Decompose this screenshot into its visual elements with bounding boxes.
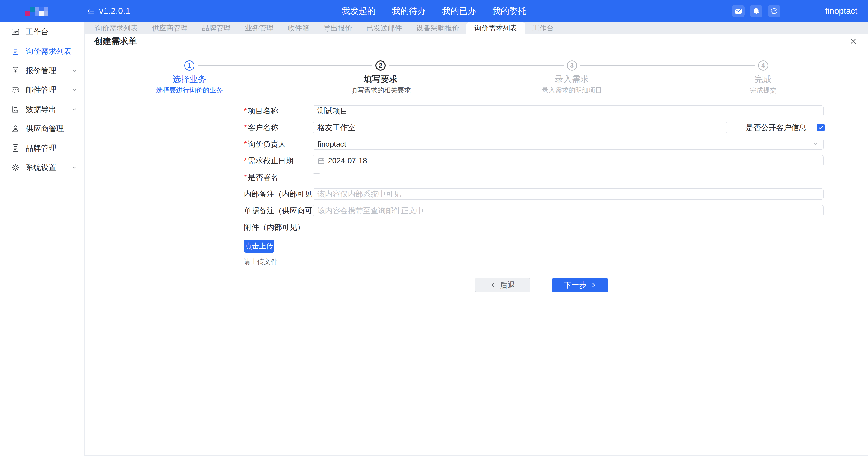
step-circle: 3 (567, 60, 577, 70)
chevron-down-icon (812, 141, 819, 147)
tab-inbox[interactable]: 收件箱 (281, 22, 316, 34)
logo-square-white (39, 11, 44, 16)
nav-item-initiated[interactable]: 我发起的 (342, 5, 376, 17)
sidebar-item-data-export[interactable]: 数据导出 (0, 99, 84, 119)
step-description: 选择要进行询价的业务 (156, 86, 223, 94)
brand-icon (11, 144, 20, 152)
workbench-icon (11, 27, 20, 36)
sidebar-item-mail-manage[interactable]: 邮件管理 (0, 80, 84, 99)
quote-manage-icon (11, 66, 20, 75)
step-connector (198, 65, 372, 66)
form-row-project-name: 项目名称 测试项目 (244, 106, 824, 116)
owner-label: 询价负责人 (244, 139, 313, 149)
bell-icon[interactable] (750, 5, 763, 17)
step-circle: 1 (184, 60, 194, 70)
form-row-deadline: 需求截止日期 2024-07-18 (244, 155, 824, 166)
public-customer-checkbox[interactable] (817, 124, 825, 132)
tab-inquiry-list[interactable]: 询价需求列表 (88, 22, 145, 34)
form-row-owner: 询价负责人 finoptact (244, 139, 824, 150)
sidebar-item-brand-manage[interactable]: 品牌管理 (0, 138, 84, 158)
sidebar-item-inquiry-list[interactable]: 询价需求列表 (0, 41, 84, 61)
upload-hint: 请上传文件 (244, 257, 824, 266)
app-version: v1.2.0.1 (99, 6, 130, 16)
next-button[interactable]: 下一步 (552, 278, 608, 292)
back-button-label: 后退 (500, 280, 515, 290)
deadline-date-input[interactable]: 2024-07-18 (313, 155, 824, 166)
sidebar-item-label: 报价管理 (26, 65, 71, 76)
step-title: 填写要求 (364, 74, 398, 84)
doc-note-input[interactable]: 该内容会携带至查询邮件正文中 (313, 205, 824, 216)
logo-square-magenta (25, 11, 30, 16)
tab-supplier-manage[interactable]: 供应商管理 (145, 22, 195, 34)
sidebar-item-supplier-manage[interactable]: 供应商管理 (0, 119, 84, 138)
tab-workbench[interactable]: 工作台 (525, 22, 561, 34)
logo-square-blue3 (44, 7, 49, 11)
stepper: 1 选择业务 选择要进行询价的业务 2 填写要求 填写需求的相关要求 3 录入需… (85, 60, 868, 94)
tab-inquiry-list-active[interactable]: 询价需求列表 (466, 22, 525, 34)
nav-item-delegated[interactable]: 我的委托 (492, 5, 526, 17)
supplier-icon (11, 124, 20, 133)
data-export-icon (11, 105, 20, 114)
step-description: 完成提交 (750, 86, 777, 94)
current-username[interactable]: finoptact (825, 6, 858, 16)
close-icon[interactable] (848, 36, 858, 46)
sidebar-collapse-icon[interactable] (87, 7, 95, 15)
chevron-down-icon (71, 67, 78, 74)
owner-select-value: finoptact (317, 140, 346, 148)
mail-icon[interactable] (732, 5, 745, 17)
customer-name-input[interactable]: 格友工作室 (313, 122, 727, 133)
chevron-down-icon (71, 164, 78, 171)
step-connector (389, 65, 563, 66)
logo-square-blue5 (44, 11, 49, 16)
sidebar-item-label: 供应商管理 (26, 124, 78, 134)
sidebar-item-label: 品牌管理 (26, 143, 78, 153)
step-select-business: 1 选择业务 选择要进行询价的业务 (94, 60, 285, 94)
step-title: 录入需求 (555, 74, 589, 84)
sidebar-item-label: 邮件管理 (26, 85, 71, 95)
step-title: 选择业务 (172, 74, 207, 84)
logo-square-blue1 (35, 7, 39, 11)
internal-note-label: 内部备注（内部可见） (244, 189, 313, 199)
logo-square-blue4 (35, 11, 39, 16)
form-row-customer-name: 客户名称 格友工作室 是否公开客户信息 (244, 122, 824, 133)
tab-business-manage[interactable]: 业务管理 (238, 22, 281, 34)
doc-note-label: 单据备注（供应商可见） (244, 205, 313, 216)
logo-square-teal (30, 7, 35, 11)
chevron-left-icon (490, 282, 496, 288)
form-row-attachment: 附件（内部可见） (244, 222, 824, 233)
sidebar-item-label: 数据导出 (26, 104, 71, 115)
nav-item-todo[interactable]: 我的待办 (392, 5, 426, 17)
sidebar-item-settings[interactable]: 系统设置 (0, 158, 84, 177)
footer-actions: 后退 下一步 (85, 278, 868, 292)
step-circle: 4 (758, 60, 768, 70)
chat-icon[interactable] (768, 5, 780, 17)
panel-header: 创建需求单 (85, 34, 868, 49)
settings-icon (11, 163, 20, 172)
project-name-input[interactable]: 测试项目 (313, 106, 824, 116)
logo-square-blue2 (39, 7, 44, 11)
mail-manage-icon (11, 86, 20, 94)
upload-button[interactable]: 点击上传 (244, 240, 274, 253)
tab-brand-manage[interactable]: 品牌管理 (195, 22, 238, 34)
sidebar-item-quote-manage[interactable]: 报价管理 (0, 61, 84, 80)
tab-sent-mail[interactable]: 已发送邮件 (359, 22, 409, 34)
page-title: 创建需求单 (94, 35, 137, 47)
next-button-label: 下一步 (564, 280, 587, 290)
owner-select[interactable]: finoptact (313, 139, 824, 150)
chevron-right-icon (590, 282, 596, 288)
main-area: 询价需求列表 供应商管理 品牌管理 业务管理 收件箱 导出报价 已发送邮件 设备… (85, 22, 868, 456)
create-demand-panel: 创建需求单 1 选择业务 选择要进行询价的业务 2 填写要求 填写需求的相关要求 (85, 34, 868, 455)
public-customer-label: 是否公开客户信息 (746, 122, 806, 133)
internal-note-input[interactable]: 该内容仅内部系统中可见 (313, 189, 824, 200)
sidebar: 工作台 询价需求列表 报价管理 邮件管理 (0, 22, 84, 456)
signed-checkbox[interactable] (313, 173, 320, 181)
form-row-internal-note: 内部备注（内部可见） 该内容仅内部系统中可见 (244, 189, 824, 200)
nav-item-done[interactable]: 我的已办 (442, 5, 476, 17)
tab-equipment-quote[interactable]: 设备采购报价 (409, 22, 466, 34)
tab-export-quote[interactable]: 导出报价 (316, 22, 359, 34)
chevron-down-icon (71, 106, 78, 113)
back-button[interactable]: 后退 (475, 278, 530, 292)
chevron-down-icon (71, 87, 78, 93)
top-header: v1.2.0.1 我发起的 我的待办 我的已办 我的委托 finoptact (0, 0, 868, 22)
sidebar-item-workbench[interactable]: 工作台 (0, 22, 84, 41)
